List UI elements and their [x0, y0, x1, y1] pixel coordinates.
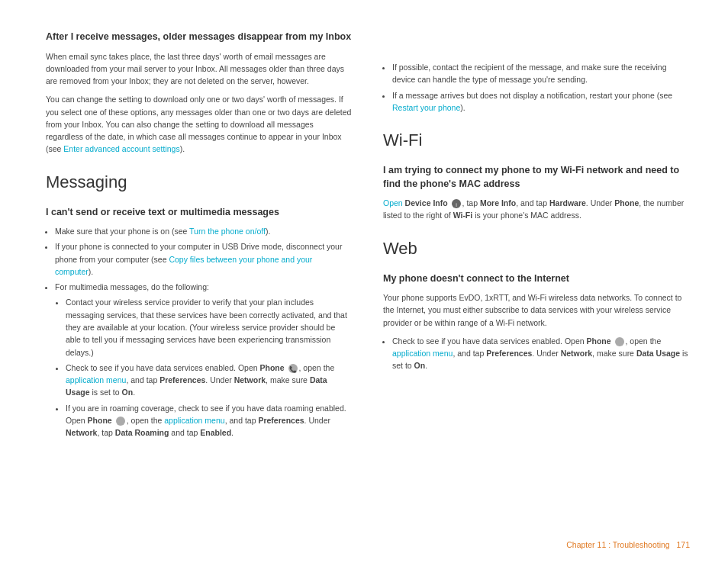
footer-page: 171 — [676, 540, 690, 549]
device-info-link[interactable]: Open — [383, 198, 403, 208]
wifi-section: Wi-Fi I am trying to connect my phone to… — [383, 130, 690, 222]
web-bullets: Check to see if you have data services e… — [392, 335, 690, 372]
web-para: Your phone supports EvDO, 1xRTT, and Wi-… — [383, 291, 690, 329]
bullet-phone-on: Make sure that your phone is on (see Tur… — [55, 225, 353, 237]
inbox-para2: You can change the setting to download o… — [46, 93, 353, 155]
left-column: After I receive messages, older messages… — [46, 31, 353, 540]
device-info-icon: i — [451, 198, 462, 209]
wifi-para: Open Device Info i, tap More Info, and t… — [383, 197, 690, 222]
svg-point-2 — [116, 417, 125, 426]
messaging-heading: Messaging — [46, 172, 353, 192]
phone-icon-2 — [115, 416, 126, 426]
wifi-subheading: I am trying to connect my phone to my Wi… — [383, 164, 690, 191]
web-heading: Web — [383, 239, 690, 259]
right-top-bullets: If possible, contact the recipient of th… — [392, 61, 690, 114]
multimedia-sub-bullets: Contact your wireless service provider t… — [66, 296, 353, 439]
bullet-contact-recipient: If possible, contact the recipient of th… — [392, 61, 690, 86]
bullet-message-notification: If a message arrives but does not displa… — [392, 89, 690, 114]
sub-bullet-data-services: Check to see if you have data services e… — [66, 362, 353, 399]
svg-point-5 — [615, 337, 624, 346]
turn-phone-link[interactable]: Turn the phone on/off — [189, 227, 266, 236]
footer: Chapter 11 : Troubleshooting 171 — [566, 540, 690, 549]
svg-text:📞: 📞 — [289, 365, 297, 373]
messaging-subheading: I can't send or receive text or multimed… — [46, 206, 353, 220]
right-column: If possible, contact the recipient of th… — [383, 31, 690, 540]
inbox-heading: After I receive messages, older messages… — [46, 31, 353, 44]
web-section: Web My phone doesn't connect to the Inte… — [383, 239, 690, 372]
sub-bullet-roaming: If you are in roaming coverage, check to… — [66, 402, 353, 439]
app-menu-link-2[interactable]: application menu — [164, 416, 224, 425]
app-menu-link-1[interactable]: application menu — [66, 375, 126, 384]
page-container: After I receive messages, older messages… — [0, 0, 728, 563]
advanced-account-link[interactable]: Enter advanced account settings — [63, 144, 179, 153]
app-menu-link-web[interactable]: application menu — [392, 349, 453, 358]
bullet-multimedia: For multimedia messages, do the followin… — [55, 281, 353, 439]
restart-phone-link[interactable]: Restart your phone — [392, 103, 460, 112]
sub-bullet-wireless: Contact your wireless service provider t… — [66, 296, 353, 358]
phone-icon-1: 📞 — [288, 363, 298, 374]
web-subheading: My phone doesn't connect to the Internet — [383, 272, 690, 286]
web-bullet-data: Check to see if you have data services e… — [392, 335, 690, 372]
messaging-bullets: Make sure that your phone is on (see Tur… — [55, 225, 353, 439]
phone-icon-web — [614, 336, 625, 347]
footer-chapter: Chapter 11 : Troubleshooting — [566, 540, 669, 549]
inbox-para2-end: ). — [180, 144, 185, 153]
wifi-heading: Wi-Fi — [383, 130, 690, 150]
copy-files-link[interactable]: Copy files between your phone and your c… — [55, 255, 312, 276]
bullet-usb-mode: If your phone is connected to your compu… — [55, 240, 353, 278]
inbox-para1: When email sync takes place, the last th… — [46, 50, 353, 88]
